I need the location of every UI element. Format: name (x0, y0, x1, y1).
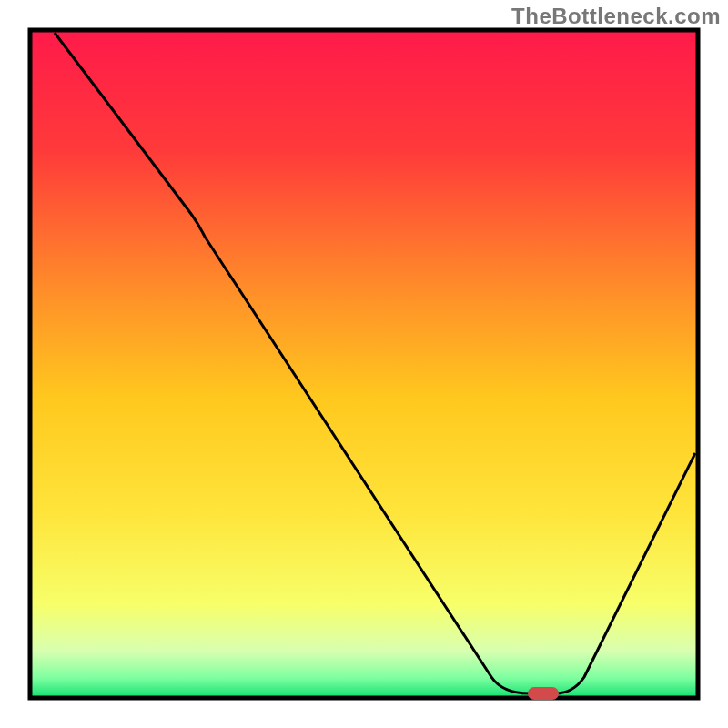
bottleneck-chart (27, 27, 701, 701)
optimum-marker (528, 687, 559, 700)
watermark-text: TheBottleneck.com (511, 4, 721, 29)
heatmap-background (30, 30, 698, 698)
